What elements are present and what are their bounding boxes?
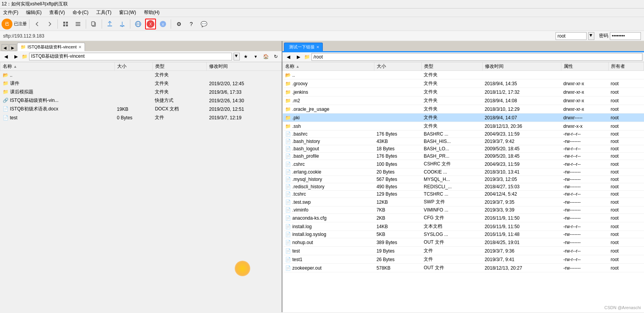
xftp-button[interactable]: X [145, 19, 156, 29]
right-file-name[interactable]: 📄.bash_logout [283, 145, 374, 153]
settings-button[interactable]: ⚙ [173, 19, 184, 29]
left-tab-next[interactable]: ▶ [9, 44, 16, 51]
right-file-name[interactable]: 📁.groovy [283, 79, 374, 88]
right-file-name[interactable]: 📄.mysql_history [283, 176, 374, 183]
left-refresh-btn[interactable]: ↻ [272, 52, 280, 61]
left-file-name[interactable]: 📁课件 [0, 79, 115, 88]
left-tab-prev[interactable]: ◀ [2, 44, 9, 51]
left-tab-close[interactable]: ✕ [78, 45, 81, 49]
right-file-name[interactable]: 📁.oracle_jre_usage [283, 105, 374, 114]
help-button[interactable]: ? [186, 19, 197, 29]
chat-button[interactable]: 💬 [198, 19, 209, 29]
left-col-name[interactable]: 名称 ▲ [0, 62, 115, 71]
left-home-btn[interactable]: 🏠 [261, 52, 270, 61]
right-path-input[interactable] [312, 53, 642, 61]
user-dropdown[interactable]: ▼ [588, 32, 594, 40]
left-file-name[interactable]: 📁课后模拟题 [0, 88, 115, 96]
right-file-name[interactable]: 📁.m2 [283, 96, 374, 105]
view-btn-1[interactable] [60, 19, 71, 29]
xmanager-btn[interactable]: X [158, 19, 168, 29]
title-bar: 12：如何实现xshell与xftp的互联 [0, 0, 644, 9]
right-file-name[interactable]: 📄nohup.out [283, 238, 374, 247]
right-file-name[interactable]: 📄.erlang.cookie [283, 169, 374, 176]
right-file-perms: -rw-r--r-- [561, 247, 608, 255]
right-file-modified: 2009/5/20, 18:45 [482, 153, 561, 160]
menu-view[interactable]: 查看(V) [48, 9, 66, 17]
right-file-name[interactable]: 📄.cshrc [283, 160, 374, 169]
left-bookmark2-btn[interactable]: ▾ [251, 52, 260, 61]
left-path-dropdown[interactable]: ▼ [234, 53, 240, 60]
menu-window[interactable]: 窗口(W) [118, 9, 137, 17]
left-tab-istqb[interactable]: 📁 ISTQB基础级资料-vincent ✕ [17, 43, 85, 51]
back-button[interactable] [32, 19, 43, 29]
right-file-modified: 2004/9/23, 11:59 [482, 160, 561, 169]
right-file-perms: drwxr----- [561, 114, 608, 122]
left-bookmark-btn[interactable]: ★ [241, 52, 250, 61]
right-file-name[interactable]: 📄.bash_history [283, 138, 374, 145]
right-file-size [374, 88, 421, 96]
left-forward-btn[interactable]: ▶ [12, 52, 20, 61]
right-tab-main[interactable]: 测试一下链接 ✕ [284, 43, 323, 51]
svg-rect-4 [76, 22, 80, 23]
right-file-name[interactable]: 📄.viminfo [283, 206, 374, 214]
right-file-size: 176 Bytes [374, 153, 421, 160]
right-back-btn[interactable]: ◀ [284, 53, 293, 61]
right-file-name[interactable]: 📄test1 [283, 255, 374, 264]
left-col-type[interactable]: 类型 [152, 62, 207, 71]
right-col-modified[interactable]: 修改时间 [482, 62, 561, 71]
right-file-name[interactable]: 📄.bash_profile [283, 153, 374, 160]
left-file-name[interactable]: 📂.. [0, 71, 115, 79]
view-btn-2[interactable] [73, 19, 83, 29]
left-col-modified[interactable]: 修改时间 [207, 62, 282, 71]
svg-rect-0 [63, 22, 65, 24]
download-button[interactable] [117, 19, 128, 29]
right-file-name[interactable]: 📂.. [283, 71, 374, 79]
right-file-name[interactable]: 📄.tcshrc [283, 191, 374, 198]
right-file-name[interactable]: 📁.jenkins [283, 88, 374, 96]
right-tab-label: 测试一下链接 [289, 44, 315, 50]
password-input[interactable] [610, 32, 641, 40]
right-forward-btn[interactable]: ▶ [294, 53, 303, 61]
left-file-name[interactable]: 📄ISTQB初级术语表.docx [0, 105, 115, 114]
right-file-name[interactable]: 📄.rediscli_history [283, 183, 374, 191]
menu-tools[interactable]: 工具(T) [95, 9, 113, 17]
menu-file[interactable]: 文件(F) [2, 9, 20, 17]
right-file-modified: 2018/4/27, 15:03 [482, 183, 561, 191]
right-file-perms: drwxr-xr-x [561, 96, 608, 105]
menu-edit[interactable]: 编辑(E) [24, 9, 43, 17]
right-file-type: 文件夹 [421, 122, 482, 131]
left-file-name[interactable]: 📄test [0, 114, 115, 122]
right-col-size[interactable]: 大小 [374, 62, 421, 71]
right-file-name[interactable]: 📄.test.swp [283, 198, 374, 206]
svg-rect-1 [66, 22, 68, 24]
left-col-size[interactable]: 大小 [114, 62, 152, 71]
user-input[interactable] [556, 32, 587, 40]
right-col-name[interactable]: 名称 ▲ [283, 62, 374, 71]
left-file-name[interactable]: 🔗ISTQB基础级资料-vin... [0, 96, 115, 105]
password-label: 密码 [599, 33, 608, 39]
menu-cmd[interactable]: 命令(C) [71, 9, 90, 17]
right-col-type[interactable]: 类型 [421, 62, 482, 71]
right-file-perms: -rw-r--r-- [561, 191, 608, 198]
copy-button[interactable] [88, 19, 99, 29]
right-file-name[interactable]: 📄.bashrc [283, 131, 374, 138]
right-file-name[interactable]: 📁.ssh [283, 122, 374, 131]
right-file-name[interactable]: 📄install.log.syslog [283, 231, 374, 238]
left-path-input[interactable] [29, 53, 232, 60]
right-file-name[interactable]: 📄test [283, 247, 374, 255]
right-col-perms[interactable]: 属性 [561, 62, 608, 71]
forward-button[interactable] [44, 19, 55, 29]
right-file-owner: root [608, 169, 644, 176]
connection-btn[interactable] [133, 19, 144, 29]
right-file-name[interactable]: 📄zookeeper.out [283, 264, 374, 272]
upload-button[interactable] [104, 19, 115, 29]
right-tab-close[interactable]: ✕ [316, 45, 319, 49]
right-file-name[interactable]: 📄install.log [283, 222, 374, 231]
menu-help[interactable]: 帮助(H) [142, 9, 161, 17]
right-file-owner: root [608, 247, 644, 255]
left-file-type: 快捷方式 [152, 96, 207, 105]
left-back-btn[interactable]: ◀ [2, 52, 10, 61]
right-file-name[interactable]: 📁.pki [283, 114, 374, 122]
right-col-owner[interactable]: 所有者 [608, 62, 644, 71]
right-file-name[interactable]: 📄anaconda-ks.cfg [283, 214, 374, 222]
